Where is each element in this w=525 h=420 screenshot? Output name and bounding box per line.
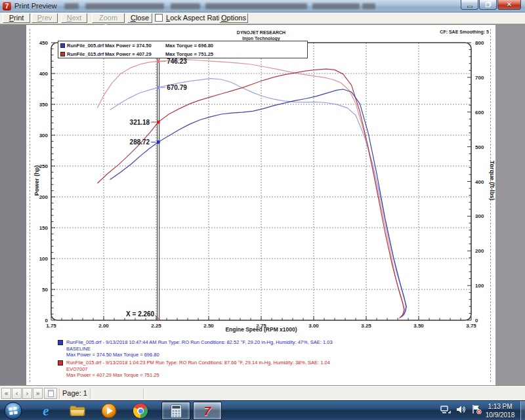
calculator-icon (171, 404, 182, 418)
legend-file: RunFile_015.drf (67, 50, 105, 58)
run-info-evo: RunFile_015.drf - 9/13/2018 1:04:23 PM R… (58, 360, 330, 379)
taskbar: e (0, 400, 525, 420)
legend-max-torque: Max Torque = 751.25 (165, 50, 213, 58)
close-window-button[interactable]: ✕ (497, 0, 521, 10)
preview-page: DYNOJET RESEARCH Injon Technology CF: SA… (26, 25, 495, 386)
action-center-flag-icon[interactable] (471, 404, 482, 414)
statusbar-divider (90, 388, 91, 399)
svg-text:200: 200 (39, 194, 49, 200)
legend-file: RunFile_005.drf (67, 41, 105, 50)
zoom-out-button[interactable]: Zoom Out (92, 13, 125, 23)
prev-page-button[interactable]: ‹ (12, 388, 22, 399)
media-player-icon[interactable] (101, 403, 117, 419)
svg-text:0: 0 (475, 318, 478, 324)
redacted-title-text (64, 3, 79, 9)
options-button[interactable]: Options (219, 13, 248, 23)
series-runfile_015-power (97, 69, 404, 318)
network-tray-icon[interactable] (440, 405, 451, 414)
legend-max-torque: Max Torque = 696.80 (165, 41, 213, 50)
statusbar-divider (59, 388, 60, 399)
redacted-title-text (205, 3, 307, 9)
svg-text:100: 100 (39, 256, 49, 262)
svg-text:400: 400 (39, 71, 49, 77)
marker-label: 746.23 (167, 58, 187, 65)
run-info-line3: Max Power = 374.50 Max Torque = 696.80 (58, 352, 333, 358)
taskbar-clock[interactable]: 1:13 PM 10/9/2018 (482, 402, 518, 419)
checkbox-box[interactable] (155, 14, 163, 22)
restore-icon (486, 3, 490, 7)
volume-tray-icon[interactable] (456, 405, 466, 414)
minimize-icon (467, 6, 472, 8)
next-page-button[interactable]: › (22, 388, 32, 399)
legend-swatch-red (60, 52, 65, 56)
redacted-title-text (312, 3, 360, 9)
print-button[interactable]: Print (3, 13, 30, 23)
chrome-icon[interactable] (133, 403, 148, 419)
run-info-line3: Max Power = 407.29 Max Torque = 751.25 (58, 372, 330, 379)
statusbar: « ‹ › » Page: 1 (0, 386, 525, 400)
close-icon: ✕ (507, 1, 512, 8)
svg-text:350: 350 (39, 102, 49, 108)
checkbox-label: Lock Aspect Ratio (166, 14, 224, 22)
svg-text:100: 100 (475, 283, 484, 289)
legend-row-evo: RunFile_015.drf Max Power = 407.29 Max T… (58, 50, 307, 58)
restore-button[interactable] (479, 0, 497, 10)
svg-text:600: 600 (475, 110, 484, 116)
svg-text:200: 200 (475, 248, 484, 254)
last-page-button[interactable]: » (33, 388, 43, 399)
svg-text:300: 300 (39, 133, 49, 138)
clock-date: 10/9/2018 (482, 411, 518, 419)
svg-text:300: 300 (475, 213, 484, 219)
run-info-line1: RunFile_015.drf - 9/13/2018 1:04:23 PM R… (66, 360, 330, 366)
plot-border (51, 43, 471, 320)
show-desktop-button[interactable] (520, 401, 525, 420)
document-icon (48, 390, 54, 397)
legend-swatch-blue (60, 43, 65, 48)
run-info-line1: RunFile_005.drf - 9/13/2018 10:47:44 AM … (66, 339, 333, 346)
marker-dot (157, 120, 160, 123)
window-title: Print Preview (14, 2, 57, 10)
marker-label: 670.79 (167, 84, 187, 91)
legend-row-baseline: RunFile_005.drf Max Power = 374.50 Max T… (58, 41, 307, 50)
start-button[interactable] (4, 402, 22, 420)
page-number-label: Page: 1 (62, 389, 87, 397)
run-swatch-blue (58, 340, 63, 345)
chart-legend: RunFile_005.drf Max Power = 374.50 Max T… (58, 41, 308, 58)
minimize-button[interactable] (461, 0, 478, 10)
dyno-plot: 1.752.002.252.502.753.003.253.503.754504… (26, 25, 495, 333)
svg-text:450: 450 (39, 40, 49, 46)
redacted-title-text (362, 3, 375, 9)
y-axis-title-torque: Torque (ft-lbs) (489, 115, 495, 246)
dynojet-icon: 7 (204, 405, 211, 417)
system-tray (440, 404, 482, 414)
window-titlebar[interactable]: 7 Print Preview ✕ (0, 0, 525, 12)
svg-text:500: 500 (475, 144, 484, 150)
svg-text:0: 0 (45, 318, 49, 324)
legend-max-power: Max Power = 407.29 (105, 50, 165, 58)
clock-time: 1:13 PM (482, 402, 518, 411)
lock-aspect-ratio-checkbox[interactable]: Lock Aspect Ratio (155, 14, 224, 22)
series-runfile_005-torque (110, 79, 406, 318)
svg-text:150: 150 (39, 225, 49, 231)
legend-max-power: Max Power = 374.50 (105, 41, 165, 50)
svg-text:700: 700 (475, 75, 484, 81)
windows-explorer-folder-icon[interactable] (70, 403, 85, 419)
statusbar-divider (143, 388, 144, 399)
calculator-taskbar-button[interactable] (161, 402, 190, 420)
marker-dot (157, 60, 160, 63)
dynojet-taskbar-button[interactable]: 7 (193, 402, 222, 420)
x-axis-title: Engine Speed (RPM x1000) (51, 326, 471, 333)
print-preview-toolbar: Print Prev Next Zoom Out Close Lock Aspe… (0, 12, 525, 24)
run-swatch-red (58, 360, 63, 366)
internet-explorer-icon[interactable]: e (38, 403, 54, 419)
next-button[interactable]: Next (61, 13, 87, 23)
cursor-x-label: X = 2.260 (126, 310, 155, 318)
marker-dot (157, 86, 160, 89)
print-preview-area[interactable]: DYNOJET RESEARCH Injon Technology CF: SA… (0, 25, 525, 386)
close-preview-button[interactable]: Close (127, 13, 152, 23)
svg-text:50: 50 (42, 287, 48, 293)
first-page-button[interactable]: « (1, 388, 11, 399)
series-runfile_005-power (110, 89, 407, 316)
prev-button[interactable]: Prev (32, 13, 58, 23)
page-setup-button[interactable] (44, 388, 57, 399)
